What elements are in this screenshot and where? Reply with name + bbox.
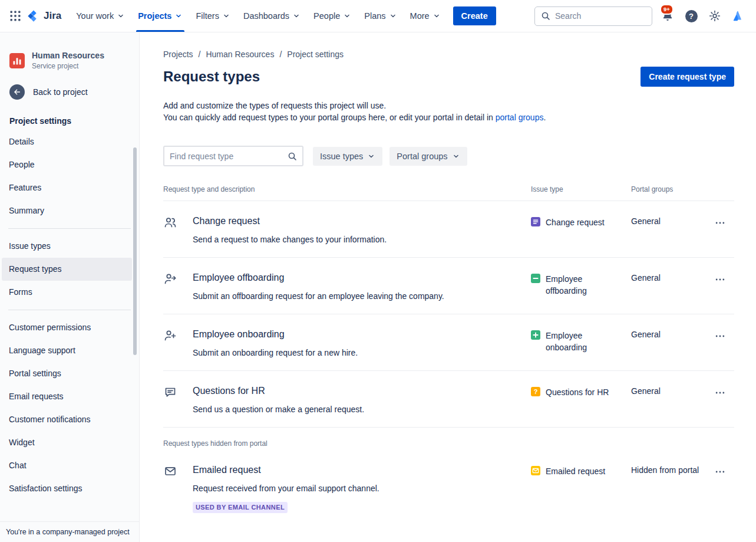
sidebar-item-forms[interactable]: Forms xyxy=(2,281,132,304)
issue-type-icon xyxy=(531,330,540,340)
atlassian-app-button[interactable] xyxy=(730,8,747,24)
portal-group-label: General xyxy=(631,272,706,302)
issue-type-label: Emailed request xyxy=(546,465,605,477)
request-type-description: Send a request to make changes to your i… xyxy=(193,234,387,245)
nav-item-dashboards[interactable]: Dashboards xyxy=(237,0,307,32)
request-type-name[interactable]: Change request xyxy=(193,215,387,227)
row-actions-button[interactable] xyxy=(712,385,728,400)
sidebar-item-chat[interactable]: Chat xyxy=(2,454,132,477)
filter-issue-types-dropdown[interactable]: Issue types xyxy=(313,147,382,166)
project-name: Human Resources xyxy=(32,51,104,61)
sidebar-item-portal-settings[interactable]: Portal settings xyxy=(2,362,132,385)
sidebar-item-features[interactable]: Features xyxy=(2,176,132,199)
chevron-down-icon xyxy=(367,152,375,160)
global-search[interactable] xyxy=(534,6,652,26)
topbar-right-controls: 9+ ? xyxy=(534,6,747,26)
request-type-row: Employee offboarding Submit an offboardi… xyxy=(163,258,734,314)
nav-item-projects[interactable]: Projects xyxy=(131,0,189,32)
row-actions-button[interactable] xyxy=(712,215,728,231)
sidebar-item-people[interactable]: People xyxy=(2,153,132,176)
sidebar-item-satisfaction-settings[interactable]: Satisfaction settings xyxy=(2,477,132,500)
nav-item-people[interactable]: People xyxy=(307,0,358,32)
column-header-request-type: Request type and description xyxy=(163,185,531,193)
row-actions-button[interactable] xyxy=(712,464,728,479)
sidebar-item-widget[interactable]: Widget xyxy=(2,431,132,454)
filter-portal-groups-dropdown[interactable]: Portal groups xyxy=(389,147,467,166)
help-icon: ? xyxy=(685,10,698,22)
hidden-section-label: Request types hidden from portal xyxy=(163,428,734,450)
chevron-down-icon xyxy=(433,12,441,20)
find-request-type-field[interactable] xyxy=(163,146,303,166)
request-type-name[interactable]: Employee onboarding xyxy=(193,329,358,340)
jira-logo-icon xyxy=(27,9,40,22)
page-description-line2-suffix: . xyxy=(543,113,546,122)
app-switcher-icon[interactable] xyxy=(6,6,25,25)
atlassian-icon xyxy=(732,9,745,22)
chevron-down-icon xyxy=(292,12,301,20)
help-button[interactable]: ? xyxy=(683,8,699,24)
breadcrumb: Projects/Human Resources/Project setting… xyxy=(163,50,734,59)
breadcrumb-item-project-settings[interactable]: Project settings xyxy=(287,50,344,59)
request-type-row: Employee onboarding Submit an onboarding… xyxy=(163,314,734,371)
back-to-project[interactable]: Back to project xyxy=(0,70,139,100)
breadcrumb-item-projects[interactable]: Projects xyxy=(163,50,193,59)
breadcrumb-item-human-resources[interactable]: Human Resources xyxy=(206,50,274,59)
sidebar-item-summary[interactable]: Summary xyxy=(2,199,132,222)
request-type-description: Submit an onboarding request for a new h… xyxy=(193,347,358,359)
primary-nav: Your workProjectsFiltersDashboardsPeople… xyxy=(70,0,447,32)
sidebar-item-customer-permissions[interactable]: Customer permissions xyxy=(2,316,132,339)
issue-type-label: Questions for HR xyxy=(546,386,609,398)
person-add-icon xyxy=(163,329,177,343)
sidebar-scrollbar[interactable] xyxy=(133,147,137,355)
chevron-down-icon xyxy=(222,12,230,20)
settings-button[interactable] xyxy=(707,8,723,24)
nav-item-plans[interactable]: Plans xyxy=(358,0,403,32)
chevron-down-icon xyxy=(117,12,125,20)
request-type-row: Emailed request Request received from yo… xyxy=(163,450,734,525)
sidebar-item-request-types[interactable]: Request types xyxy=(2,258,132,281)
sidebar-item-customer-notifications[interactable]: Customer notifications xyxy=(2,408,132,431)
issue-type-icon: ? xyxy=(531,387,540,396)
sidebar-item-language-support[interactable]: Language support xyxy=(2,339,132,362)
nav-item-filters[interactable]: Filters xyxy=(189,0,236,32)
chat-bubble-icon xyxy=(163,385,177,399)
row-actions-button[interactable] xyxy=(712,329,728,344)
sidebar-item-email-requests[interactable]: Email requests xyxy=(2,385,132,408)
global-search-input[interactable] xyxy=(555,11,646,21)
back-arrow-icon xyxy=(9,84,25,100)
nav-item-more[interactable]: More xyxy=(404,0,447,32)
breadcrumb-separator: / xyxy=(199,50,201,59)
sidebar-heading: Project settings xyxy=(0,100,139,130)
find-request-type-input[interactable] xyxy=(170,152,283,161)
chevron-down-icon xyxy=(389,12,397,20)
request-type-name[interactable]: Questions for HR xyxy=(193,385,364,397)
issue-type-icon xyxy=(531,274,540,283)
page-description: Add and customize the types of requests … xyxy=(163,100,734,123)
breadcrumb-separator: / xyxy=(279,50,282,59)
request-type-description: Request received from your email support… xyxy=(193,482,379,494)
create-request-type-button[interactable]: Create request type xyxy=(641,67,734,87)
request-type-name[interactable]: Emailed request xyxy=(193,464,379,476)
notifications-button[interactable]: 9+ xyxy=(659,8,676,24)
project-avatar xyxy=(9,53,25,68)
jira-logo[interactable]: Jira xyxy=(25,9,70,22)
project-header: Human Resources Service project xyxy=(0,32,139,70)
nav-item-your-work[interactable]: Your work xyxy=(70,0,131,32)
sidebar-divider xyxy=(8,310,131,310)
request-type-name[interactable]: Employee offboarding xyxy=(193,272,444,284)
issue-type-label: Employee onboarding xyxy=(546,330,615,353)
portal-groups-link[interactable]: portal groups xyxy=(496,113,544,122)
email-channel-badge: USED BY EMAIL CHANNEL xyxy=(193,502,288,513)
issue-type-icon xyxy=(531,466,540,475)
issue-type-label: Employee offboarding xyxy=(546,273,615,297)
sidebar-item-issue-types[interactable]: Issue types xyxy=(2,235,132,258)
issue-type-icon xyxy=(531,217,540,226)
row-actions-button[interactable] xyxy=(712,272,728,287)
request-types-page: Projects/Human Resources/Project setting… xyxy=(140,32,756,542)
sidebar-item-details[interactable]: Details xyxy=(2,130,132,153)
create-button[interactable]: Create xyxy=(453,6,496,25)
people-group-icon xyxy=(163,215,177,229)
sidebar-nav: DetailsPeopleFeaturesSummaryIssue typesR… xyxy=(0,130,139,536)
gear-icon xyxy=(708,9,721,22)
back-to-project-label: Back to project xyxy=(33,87,88,97)
